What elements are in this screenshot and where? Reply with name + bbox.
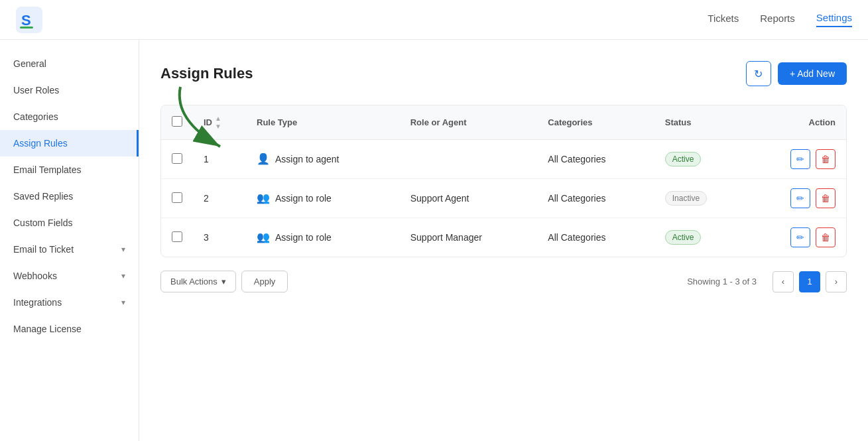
nav-links: Tickets Reports Settings — [708, 12, 852, 27]
row-checkbox[interactable] — [172, 192, 182, 203]
nav-tickets[interactable]: Tickets — [708, 13, 739, 27]
delete-button[interactable]: 🗑 — [816, 149, 836, 169]
row-actions: ✏ 🗑 — [748, 140, 846, 179]
sidebar-item-user-roles[interactable]: User Roles — [0, 77, 139, 103]
chevron-down-icon: ▾ — [121, 298, 125, 307]
assign-rules-table: ID ▲ ▼ Rule Type Role or Agent Categorie… — [160, 105, 847, 257]
pagination: Showing 1 - 3 of 3 ‹ 1 › — [687, 271, 847, 292]
sidebar-item-custom-fields[interactable]: Custom Fields — [0, 210, 139, 236]
sidebar-item-manage-license[interactable]: Manage License — [0, 316, 139, 342]
select-all-header — [161, 105, 193, 140]
prev-page-button[interactable]: ‹ — [773, 271, 794, 292]
bulk-actions-area: Bulk Actions ▾ Apply — [160, 271, 288, 292]
rule-type-label: Assign to agent — [275, 154, 340, 164]
table-footer: Bulk Actions ▾ Apply Showing 1 - 3 of 3 … — [160, 271, 847, 292]
table-row: 1 👤 Assign to agent All Categories Activ… — [161, 140, 846, 179]
rule-type-label: Assign to role — [275, 193, 332, 204]
refresh-button[interactable]: ↻ — [746, 61, 771, 86]
svg-rect-2 — [20, 27, 33, 29]
row-id: 1 — [193, 140, 246, 179]
row-rule-type: 👥 Assign to role — [246, 179, 400, 218]
col-header-id: ID ▲ ▼ — [193, 105, 246, 140]
delete-button[interactable]: 🗑 — [816, 188, 836, 208]
page-header: Assign Rules ↻ + Add New — [160, 61, 847, 86]
row-rule-type: 👥 Assign to role — [246, 218, 400, 257]
rule-type-label: Assign to role — [275, 232, 332, 243]
status-badge: Inactive — [665, 191, 707, 206]
sidebar-label-webhooks: Webhooks — [13, 271, 57, 281]
table-header-row: ID ▲ ▼ Rule Type Role or Agent Categorie… — [161, 105, 846, 140]
bulk-actions-button[interactable]: Bulk Actions ▾ — [160, 271, 236, 292]
table-row: 2 👥 Assign to role Support Agent All Cat… — [161, 179, 846, 218]
sidebar-item-email-templates[interactable]: Email Templates — [0, 157, 139, 183]
table: ID ▲ ▼ Rule Type Role or Agent Categorie… — [161, 105, 846, 257]
chevron-down-icon: ▾ — [121, 245, 125, 254]
delete-button[interactable]: 🗑 — [816, 227, 836, 247]
sort-arrows[interactable]: ▲ ▼ — [215, 115, 221, 130]
apply-button[interactable]: Apply — [241, 271, 288, 292]
row-rule-type: 👤 Assign to agent — [246, 140, 400, 179]
logo: S — [16, 7, 42, 33]
col-header-role-or-agent: Role or Agent — [400, 105, 538, 140]
sidebar-label-email-templates: Email Templates — [13, 164, 81, 175]
row-checkbox[interactable] — [172, 231, 182, 242]
row-status: Active — [654, 218, 748, 257]
row-status: Active — [654, 140, 748, 179]
row-role-or-agent: Support Agent — [400, 179, 538, 218]
row-checkbox[interactable] — [172, 153, 182, 164]
refresh-icon: ↻ — [754, 68, 763, 80]
row-role-or-agent: Support Manager — [400, 218, 538, 257]
sidebar-label-email-to-ticket: Email to Ticket — [13, 244, 74, 255]
sidebar-label-integrations: Integrations — [13, 297, 62, 308]
edit-button[interactable]: ✏ — [790, 149, 810, 169]
chevron-down-icon: ▾ — [221, 277, 226, 286]
row-checkbox-cell — [161, 218, 193, 257]
sidebar-item-integrations[interactable]: Integrations ▾ — [0, 289, 139, 316]
layout: General User Roles Categories Assign Rul… — [0, 40, 868, 441]
col-header-rule-type: Rule Type — [246, 105, 400, 140]
status-badge: Active — [665, 152, 702, 166]
role-icon: 👥 — [257, 231, 270, 244]
row-categories: All Categories — [537, 140, 654, 179]
row-categories: All Categories — [537, 179, 654, 218]
nav-settings[interactable]: Settings — [816, 12, 852, 27]
role-icon: 👥 — [257, 192, 270, 205]
sidebar-label-general: General — [13, 58, 46, 69]
sidebar-item-assign-rules[interactable]: Assign Rules — [0, 130, 139, 157]
sidebar-item-categories[interactable]: Categories — [0, 103, 139, 130]
chevron-down-icon: ▾ — [121, 271, 125, 281]
agent-icon: 👤 — [257, 153, 270, 166]
sidebar-label-saved-replies: Saved Replies — [13, 191, 73, 202]
row-checkbox-cell — [161, 140, 193, 179]
col-header-categories: Categories — [537, 105, 654, 140]
row-categories: All Categories — [537, 218, 654, 257]
sidebar-item-saved-replies[interactable]: Saved Replies — [0, 183, 139, 210]
table-row: 3 👥 Assign to role Support Manager All C… — [161, 218, 846, 257]
main-content: Assign Rules ↻ + Add New — [139, 40, 868, 441]
col-header-status: Status — [654, 105, 748, 140]
page-1-button[interactable]: 1 — [799, 271, 820, 292]
row-checkbox-cell — [161, 179, 193, 218]
row-actions: ✏ 🗑 — [748, 218, 846, 257]
row-role-or-agent — [400, 140, 538, 179]
nav-reports[interactable]: Reports — [760, 13, 795, 27]
row-id: 3 — [193, 218, 246, 257]
row-id: 2 — [193, 179, 246, 218]
next-page-button[interactable]: › — [826, 271, 847, 292]
sidebar-item-email-to-ticket[interactable]: Email to Ticket ▾ — [0, 236, 139, 263]
bulk-actions-label: Bulk Actions — [170, 277, 217, 286]
status-badge: Active — [665, 230, 702, 245]
sidebar-item-webhooks[interactable]: Webhooks ▾ — [0, 263, 139, 289]
select-all-checkbox[interactable] — [172, 116, 182, 127]
header-actions: ↻ + Add New — [746, 61, 847, 86]
edit-button[interactable]: ✏ — [790, 227, 810, 247]
sidebar-item-general[interactable]: General — [0, 50, 139, 77]
sidebar-label-manage-license: Manage License — [13, 324, 82, 334]
showing-text: Showing 1 - 3 of 3 — [687, 277, 757, 286]
svg-text:S: S — [21, 12, 31, 29]
row-actions: ✏ 🗑 — [748, 179, 846, 218]
top-nav: S Tickets Reports Settings — [0, 0, 868, 40]
edit-button[interactable]: ✏ — [790, 188, 810, 208]
page-title: Assign Rules — [160, 65, 253, 82]
add-new-button[interactable]: + Add New — [778, 62, 847, 85]
